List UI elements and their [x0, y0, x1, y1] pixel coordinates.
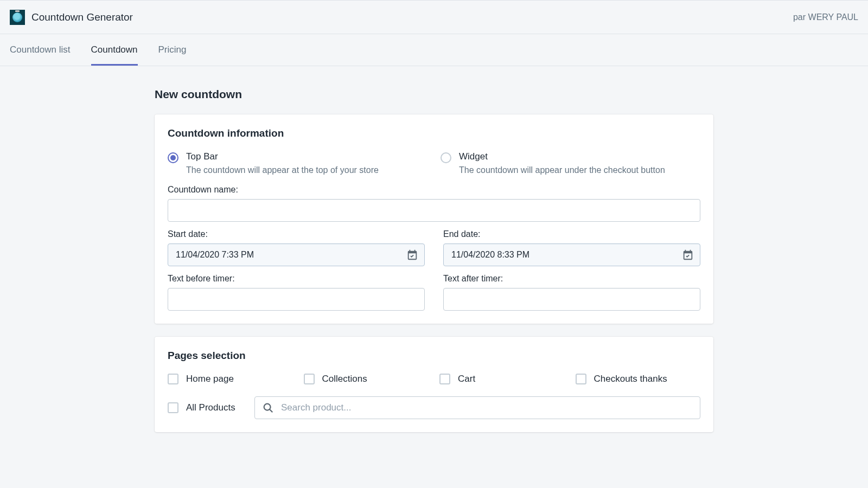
user-label: par WERY PAUL	[793, 12, 858, 22]
card-pages-selection: Pages selection Home page Collections Ca…	[155, 337, 713, 432]
checkbox-cart[interactable]: Cart	[439, 374, 565, 384]
checkbox-checkouts-thanks[interactable]: Checkouts thanks	[576, 374, 701, 384]
radio-description: The countdown will appear at the top of …	[186, 165, 427, 175]
card-title: Pages selection	[168, 350, 700, 362]
tab-countdown-list[interactable]: Countdown list	[10, 34, 71, 66]
page-content: New countdown Countdown information Top …	[155, 66, 713, 467]
checkbox-input[interactable]	[168, 374, 178, 384]
app-title: Countdown Generator	[31, 11, 133, 23]
text-after-input[interactable]	[443, 288, 700, 311]
checkbox-home-page[interactable]: Home page	[168, 374, 293, 384]
radio-option-top-bar[interactable]: Top Bar The countdown will appear at the…	[168, 151, 427, 175]
card-title: Countdown information	[168, 127, 700, 139]
radio-label: Widget	[459, 151, 700, 162]
checkbox-label: All Products	[186, 402, 235, 413]
tab-pricing[interactable]: Pricing	[158, 34, 187, 66]
header-bar: Countdown Generator par WERY PAUL	[0, 0, 868, 34]
checkbox-input[interactable]	[168, 402, 178, 413]
radio-text-group: Widget The countdown will appear under t…	[459, 151, 700, 175]
search-icon	[262, 402, 274, 414]
product-search-wrapper	[254, 396, 700, 419]
svg-line-1	[270, 409, 272, 412]
svg-point-0	[264, 404, 271, 410]
checkbox-label: Checkouts thanks	[594, 374, 667, 384]
tabs-bar: Countdown list Countdown Pricing	[0, 34, 868, 66]
pages-checkbox-grid: Home page Collections Cart Checkouts tha…	[168, 374, 700, 384]
radio-description: The countdown will appear under the chec…	[459, 165, 700, 175]
tab-label: Countdown	[91, 44, 138, 55]
countdown-name-label: Countdown name:	[168, 185, 700, 195]
text-before-label: Text before timer:	[168, 274, 425, 284]
checkbox-input[interactable]	[439, 374, 450, 384]
radio-label: Top Bar	[186, 151, 427, 162]
end-date-label: End date:	[443, 229, 700, 239]
text-before-input[interactable]	[168, 288, 425, 311]
end-date-input[interactable]	[443, 243, 700, 266]
checkbox-collections[interactable]: Collections	[304, 374, 429, 384]
app-logo-icon	[10, 10, 25, 25]
checkbox-input[interactable]	[304, 374, 315, 384]
checkbox-label: Home page	[186, 374, 234, 384]
start-date-label: Start date:	[168, 229, 425, 239]
card-countdown-information: Countdown information Top Bar The countd…	[155, 114, 713, 324]
app-brand: Countdown Generator	[10, 10, 133, 25]
display-type-radio-group: Top Bar The countdown will appear at the…	[168, 151, 700, 175]
checkbox-label: Collections	[322, 374, 367, 384]
start-date-input[interactable]	[168, 243, 425, 266]
page-title: New countdown	[155, 88, 713, 101]
radio-option-widget[interactable]: Widget The countdown will appear under t…	[441, 151, 700, 175]
all-products-row: All Products	[168, 396, 700, 419]
checkbox-label: Cart	[458, 374, 475, 384]
radio-button-top-bar[interactable]	[168, 152, 178, 163]
radio-button-widget[interactable]	[441, 152, 451, 163]
radio-text-group: Top Bar The countdown will appear at the…	[186, 151, 427, 175]
checkbox-input[interactable]	[576, 374, 586, 384]
tab-label: Countdown list	[10, 44, 71, 55]
countdown-name-input[interactable]	[168, 199, 700, 222]
tab-countdown[interactable]: Countdown	[91, 34, 138, 66]
text-after-label: Text after timer:	[443, 274, 700, 284]
product-search-input[interactable]	[254, 396, 700, 419]
tab-label: Pricing	[158, 44, 187, 55]
checkbox-all-products[interactable]: All Products	[168, 402, 244, 413]
